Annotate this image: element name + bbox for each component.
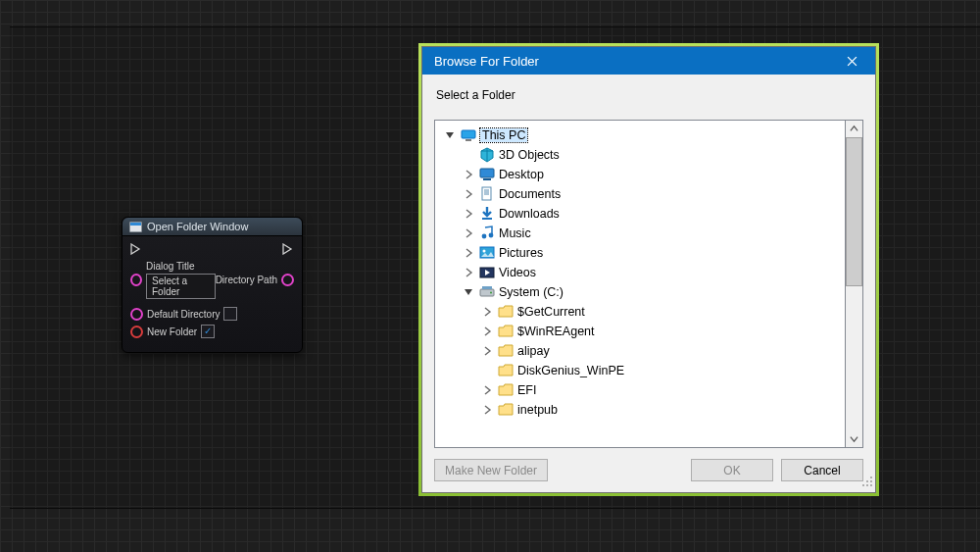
chevron-right-icon[interactable]: [480, 305, 494, 319]
open-folder-window-node[interactable]: Open Folder Window Dialog Title Select a…: [122, 217, 303, 353]
tree-item-label: Downloads: [499, 207, 560, 221]
3d-icon: [479, 147, 495, 163]
folder-window-icon: [129, 222, 142, 232]
tree-item[interactable]: EFI: [439, 380, 845, 400]
dialog-titlebar[interactable]: Browse For Folder: [422, 47, 875, 75]
tree-item-label: Videos: [499, 266, 536, 279]
svg-rect-2: [480, 169, 494, 177]
folder-tree[interactable]: This PC3D ObjectsDesktopDocumentsDownloa…: [434, 120, 846, 448]
node-body: Dialog Title Select a Folder Directory P…: [122, 236, 302, 352]
chevron-right-icon[interactable]: [462, 187, 475, 201]
chevron-right-icon[interactable]: [462, 246, 475, 260]
directory-path-pin[interactable]: [281, 274, 294, 286]
cancel-button[interactable]: Cancel: [781, 459, 863, 481]
desktop-icon: [479, 167, 495, 182]
folder-icon: [498, 363, 514, 378]
tree-item-label: inetpub: [517, 403, 558, 417]
tree-item[interactable]: Downloads: [439, 204, 845, 224]
make-new-folder-button[interactable]: Make New Folder: [434, 459, 548, 481]
dialog-title-label: Dialog Title: [146, 261, 216, 272]
tree-item-label: DiskGenius_WinPE: [517, 364, 624, 377]
tree-item-label: $GetCurrent: [517, 305, 585, 319]
chevron-right-icon[interactable]: [462, 168, 475, 181]
tree-item-label: 3D Objects: [499, 148, 560, 162]
chevron-right-icon[interactable]: [480, 325, 494, 338]
pc-icon: [461, 127, 476, 143]
folder-icon: [498, 382, 514, 398]
tree-item[interactable]: $GetCurrent: [439, 302, 845, 322]
tree-item[interactable]: Pictures: [439, 243, 845, 263]
svg-rect-16: [482, 286, 492, 289]
exec-out-pin[interactable]: [282, 243, 294, 255]
tree-item-label: alipay: [517, 344, 550, 358]
videos-icon: [479, 265, 495, 280]
tree-item[interactable]: Videos: [439, 263, 845, 282]
svg-rect-0: [462, 130, 475, 138]
chevron-right-icon[interactable]: [480, 383, 494, 397]
resize-grip-icon[interactable]: [861, 476, 873, 490]
dialog-title-pin[interactable]: [130, 274, 142, 286]
directory-path-label: Directory Path: [216, 275, 277, 285]
tree-item-label: System (C:): [499, 285, 564, 299]
chevron-down-icon[interactable]: [462, 285, 475, 299]
exec-in-pin[interactable]: [130, 243, 142, 255]
tree-item[interactable]: Desktop: [439, 165, 845, 184]
scroll-thumb[interactable]: [846, 137, 862, 286]
svg-point-18: [870, 480, 872, 482]
new-folder-label: New Folder: [147, 326, 197, 337]
svg-point-19: [866, 480, 868, 482]
tree-item[interactable]: inetpub: [439, 400, 845, 420]
svg-point-15: [490, 292, 492, 294]
tree-item-label: EFI: [517, 383, 536, 397]
scroll-up-icon[interactable]: [846, 121, 862, 137]
svg-point-17: [870, 477, 872, 478]
new-folder-checkbox[interactable]: [201, 325, 215, 338]
tree-item[interactable]: alipay: [439, 341, 845, 361]
tree-item-label: Desktop: [499, 168, 544, 181]
dialog-instruction: Select a Folder: [422, 75, 875, 120]
chevron-right-icon[interactable]: [480, 403, 494, 417]
default-directory-label: Default Directory: [147, 309, 220, 320]
tree-item-label: $WinREAgent: [517, 325, 595, 338]
ok-button[interactable]: OK: [691, 459, 773, 481]
pictures-icon: [479, 245, 495, 261]
default-directory-checkbox[interactable]: [223, 307, 237, 321]
tree-item[interactable]: DiskGenius_WinPE: [439, 361, 845, 380]
browse-folder-dialog: Browse For Folder Select a Folder This P…: [421, 46, 876, 493]
default-directory-pin[interactable]: [130, 308, 143, 321]
svg-point-21: [866, 484, 868, 486]
svg-point-12: [483, 250, 486, 253]
tree-item[interactable]: $WinREAgent: [439, 322, 845, 341]
chevron-right-icon[interactable]: [462, 266, 475, 279]
drive-icon: [479, 284, 495, 300]
tree-item[interactable]: 3D Objects: [439, 145, 845, 165]
dialog-title-input[interactable]: Select a Folder: [146, 274, 216, 299]
svg-rect-3: [483, 178, 491, 180]
music-icon: [479, 226, 495, 241]
tree-item-label: Pictures: [499, 246, 543, 260]
svg-rect-8: [482, 218, 492, 220]
tree-item-label: This PC: [480, 128, 527, 142]
chevron-right-icon[interactable]: [480, 344, 494, 358]
dialog-title: Browse For Folder: [434, 54, 539, 69]
svg-point-10: [489, 233, 494, 238]
svg-point-20: [870, 484, 872, 486]
svg-point-9: [482, 234, 487, 239]
tree-item[interactable]: Documents: [439, 184, 845, 204]
vertical-scrollbar[interactable]: [846, 120, 863, 448]
browse-folder-window: Browse For Folder Select a Folder This P…: [418, 43, 879, 496]
tree-item[interactable]: Music: [439, 224, 845, 243]
folder-icon: [498, 304, 514, 320]
chevron-right-icon[interactable]: [462, 207, 475, 221]
tree-item[interactable]: System (C:): [439, 282, 845, 302]
scroll-down-icon[interactable]: [846, 430, 862, 447]
svg-point-22: [862, 484, 864, 486]
chevron-down-icon[interactable]: [443, 128, 457, 142]
tree-item[interactable]: This PC: [439, 125, 845, 145]
node-header[interactable]: Open Folder Window: [122, 218, 302, 236]
close-button[interactable]: [830, 47, 873, 75]
node-title: Open Folder Window: [147, 221, 248, 232]
new-folder-pin[interactable]: [130, 326, 143, 338]
tree-item-label: Documents: [499, 187, 561, 201]
chevron-right-icon[interactable]: [462, 226, 475, 240]
